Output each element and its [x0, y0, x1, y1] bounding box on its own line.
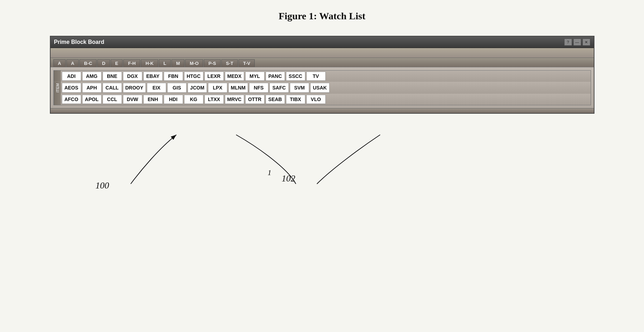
cell-aph[interactable]: APH — [82, 83, 102, 93]
cell-panc[interactable]: PANC — [266, 72, 285, 81]
tab-mo[interactable]: M-O — [185, 59, 203, 67]
cell-dvw[interactable]: DVW — [123, 95, 142, 104]
cell-kg[interactable]: KG — [184, 95, 203, 104]
cell-adi[interactable]: ADI — [62, 72, 81, 81]
cells-row-2: AEOS APH CALL DROOY EIX GIS JCOM LPX MLN… — [61, 82, 591, 94]
cell-usak[interactable]: USAK — [310, 83, 330, 93]
cell-mlnm[interactable]: MLNM — [228, 83, 248, 93]
annotation-100: 100 — [96, 180, 109, 191]
cell-ccl[interactable]: CCL — [103, 95, 122, 104]
content-area: ADI AMG BNE DGX EBAY FBN HTGC LEXR MEDX … — [51, 67, 594, 108]
stock-row-3: AFCO APOL CCL DVW ENH HDI KG LTXX MRVC O… — [54, 94, 591, 105]
cell-tv[interactable]: TV — [306, 72, 326, 81]
tab-e[interactable]: E — [111, 59, 123, 67]
stock-row-2: ITEM AEOS APH CALL DROOY EIX GIS JCOM LP… — [54, 82, 591, 94]
annotation-1: 1 — [268, 168, 272, 177]
cells-row-3: AFCO APOL CCL DVW ENH HDI KG LTXX MRVC O… — [61, 94, 591, 105]
tabs-row: A A B-C D E F-H H-K L M M-O P-S S-T T-V — [51, 58, 594, 67]
cell-gis[interactable]: GIS — [167, 83, 187, 93]
cell-vlo[interactable]: VLO — [306, 95, 326, 104]
cell-ltxx[interactable]: LTXX — [204, 95, 224, 104]
cell-afco[interactable]: AFCO — [62, 95, 81, 104]
cell-ebay[interactable]: EBAY — [143, 72, 163, 81]
cell-call[interactable]: CALL — [103, 83, 122, 93]
window-controls: ? — ✕ — [564, 39, 590, 46]
help-button[interactable]: ? — [564, 39, 572, 46]
cell-amg[interactable]: AMG — [82, 72, 102, 81]
stock-row-1: ADI AMG BNE DGX EBAY FBN HTGC LEXR MEDX … — [54, 71, 591, 82]
cell-drooy[interactable]: DROOY — [123, 83, 146, 93]
cell-ottr[interactable]: OTTR — [245, 95, 265, 104]
row-label-2: ITEM — [54, 82, 61, 94]
cell-apol[interactable]: APOL — [82, 95, 102, 104]
minimize-button[interactable]: — — [573, 39, 581, 46]
cell-medx[interactable]: MEDX — [225, 72, 244, 81]
tab-tv[interactable]: T-V — [239, 59, 255, 67]
tab-st[interactable]: S-T — [221, 59, 238, 67]
row-label-1 — [54, 71, 61, 82]
cell-hdi[interactable]: HDI — [164, 95, 183, 104]
cell-nfs[interactable]: NFS — [249, 83, 268, 93]
cell-aeos[interactable]: AEOS — [62, 83, 81, 93]
cell-tibx[interactable]: TIBX — [286, 95, 305, 104]
cell-fbn[interactable]: FBN — [164, 72, 183, 81]
tab-a2[interactable]: A — [66, 59, 79, 67]
annotation-lines — [50, 114, 594, 205]
title-bar: Prime Block Board ? — ✕ — [51, 36, 594, 48]
page-container: Figure 1: Watch List Prime Block Board ?… — [0, 0, 644, 205]
cell-jcom[interactable]: JCOM — [188, 83, 207, 93]
cell-enh[interactable]: ENH — [143, 95, 163, 104]
stock-grid: ADI AMG BNE DGX EBAY FBN HTGC LEXR MEDX … — [53, 70, 591, 105]
tab-hk[interactable]: H-K — [141, 59, 158, 67]
tab-m[interactable]: M — [171, 59, 184, 67]
cell-lpx[interactable]: LPX — [208, 83, 227, 93]
cell-lexr[interactable]: LEXR — [204, 72, 224, 81]
cells-row-1: ADI AMG BNE DGX EBAY FBN HTGC LEXR MEDX … — [61, 71, 591, 82]
tab-bc[interactable]: B-C — [79, 59, 97, 67]
cell-htgc[interactable]: HTGC — [184, 72, 203, 81]
cell-eix[interactable]: EIX — [147, 83, 166, 93]
toolbar-area — [51, 48, 594, 58]
tab-fh[interactable]: F-H — [123, 59, 140, 67]
tab-d[interactable]: D — [97, 59, 110, 67]
cell-myl[interactable]: MYL — [245, 72, 265, 81]
page-title: Figure 1: Watch List — [0, 0, 644, 36]
cell-safc[interactable]: SAFC — [269, 83, 289, 93]
row-label-3 — [54, 94, 61, 105]
cell-sscc[interactable]: SSCC — [286, 72, 305, 81]
window-title: Prime Block Board — [54, 39, 104, 45]
tab-l[interactable]: L — [159, 59, 171, 67]
annotation-area: 100 102 1 — [50, 114, 594, 205]
cell-bne[interactable]: BNE — [103, 72, 122, 81]
tab-ps[interactable]: P-S — [204, 59, 221, 67]
close-button[interactable]: ✕ — [583, 39, 590, 46]
cell-dgx[interactable]: DGX — [123, 72, 142, 81]
tab-a[interactable]: A — [53, 59, 66, 67]
bottom-bar — [51, 108, 594, 113]
cell-seab[interactable]: SEAB — [266, 95, 285, 104]
application-window: Prime Block Board ? — ✕ A A B-C D E F-H … — [50, 36, 594, 114]
cell-mrvc[interactable]: MRVC — [225, 95, 244, 104]
annotation-102: 102 — [282, 173, 295, 184]
cell-svm[interactable]: SVM — [290, 83, 309, 93]
